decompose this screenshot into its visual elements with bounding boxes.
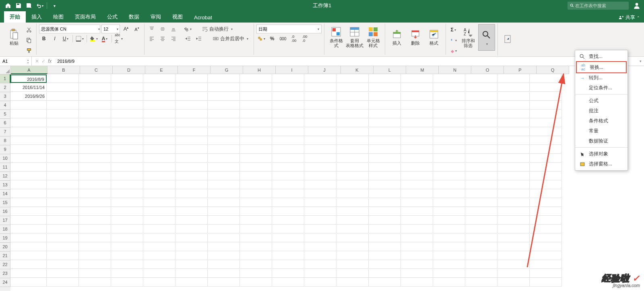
cell[interactable] — [79, 74, 111, 83]
cell[interactable] — [47, 190, 79, 198]
cell[interactable] — [530, 163, 562, 171]
cell[interactable] — [465, 260, 497, 269]
cell[interactable] — [530, 119, 562, 127]
cell[interactable] — [272, 269, 304, 278]
cell[interactable] — [530, 110, 562, 118]
cell[interactable] — [272, 145, 304, 154]
cell[interactable] — [10, 234, 47, 242]
row-header[interactable]: 15 — [0, 198, 10, 207]
cell[interactable] — [336, 181, 369, 189]
cell[interactable] — [240, 145, 272, 154]
cell[interactable] — [465, 110, 497, 118]
cell[interactable] — [175, 163, 208, 171]
increase-indent-icon[interactable] — [194, 34, 204, 43]
cell[interactable] — [143, 145, 175, 154]
cell[interactable] — [208, 260, 240, 269]
cell[interactable] — [272, 101, 304, 109]
cell[interactable] — [79, 190, 111, 198]
undo-icon[interactable]: ▾ — [35, 1, 44, 10]
cell[interactable] — [208, 74, 240, 83]
decrease-decimal-icon[interactable]: .00.0 — [300, 34, 310, 43]
cell[interactable] — [240, 181, 272, 189]
select-all-corner[interactable] — [0, 66, 11, 74]
cell[interactable] — [10, 101, 47, 109]
row-header[interactable]: 9 — [0, 145, 10, 154]
cell[interactable] — [336, 172, 369, 180]
cell[interactable] — [143, 181, 175, 189]
row-header[interactable]: 18 — [0, 225, 10, 234]
row-header[interactable]: 13 — [0, 181, 10, 190]
cell[interactable] — [10, 190, 47, 198]
cell[interactable] — [304, 190, 336, 198]
column-header[interactable]: E — [145, 66, 178, 74]
cell[interactable] — [79, 260, 111, 269]
cell[interactable] — [369, 190, 401, 198]
cell[interactable] — [175, 128, 208, 136]
cell[interactable] — [272, 243, 304, 251]
row-header[interactable]: 19 — [0, 234, 10, 243]
tab-review[interactable]: 审阅 — [145, 11, 167, 23]
cut-button[interactable] — [24, 25, 34, 35]
column-header[interactable]: Q — [537, 66, 569, 74]
cell[interactable] — [336, 128, 369, 136]
font-name-combo[interactable]: ▾ — [39, 25, 100, 33]
cell[interactable] — [369, 172, 401, 180]
cell[interactable] — [47, 269, 79, 278]
cell[interactable] — [79, 278, 111, 287]
cell[interactable] — [433, 110, 465, 118]
cell[interactable] — [465, 128, 497, 136]
cell[interactable] — [497, 101, 530, 109]
cell[interactable] — [369, 145, 401, 154]
fill-color-button[interactable]: ▾ — [89, 34, 99, 43]
cell[interactable] — [530, 260, 562, 269]
cell[interactable] — [497, 278, 530, 287]
cell[interactable] — [401, 216, 433, 225]
menu-constants[interactable]: 常量 — [575, 126, 627, 136]
workbook-search[interactable] — [568, 2, 629, 10]
column-header[interactable]: A — [11, 66, 47, 74]
sort-filter-button[interactable]: AZ排序和 筛选 — [459, 24, 477, 50]
cell[interactable] — [497, 260, 530, 269]
cell[interactable] — [369, 74, 401, 83]
cell[interactable] — [240, 225, 272, 233]
column-header[interactable]: H — [243, 66, 276, 74]
cell[interactable] — [530, 243, 562, 251]
cell[interactable] — [369, 128, 401, 136]
decrease-indent-icon[interactable] — [183, 34, 193, 43]
cell[interactable] — [401, 74, 433, 83]
cell[interactable] — [47, 278, 79, 287]
cell[interactable] — [336, 110, 369, 118]
cell[interactable] — [111, 207, 143, 216]
cell[interactable] — [175, 145, 208, 154]
cell[interactable] — [208, 92, 240, 101]
fill-button[interactable]: ▾ — [448, 35, 458, 45]
increase-decimal-icon[interactable]: .0.00 — [289, 34, 299, 43]
cell[interactable] — [143, 207, 175, 216]
cell[interactable] — [401, 278, 433, 287]
cell[interactable] — [208, 172, 240, 180]
menu-selection-pane[interactable]: 选择窗格... — [575, 159, 627, 169]
cell[interactable] — [10, 225, 47, 233]
cell[interactable] — [143, 190, 175, 198]
cell[interactable] — [47, 252, 79, 260]
cell[interactable] — [465, 252, 497, 260]
cell[interactable] — [175, 136, 208, 145]
cell[interactable] — [272, 207, 304, 216]
paste-button[interactable]: 粘贴 — [5, 24, 23, 50]
cell[interactable] — [240, 190, 272, 198]
cell[interactable] — [336, 190, 369, 198]
cell[interactable] — [10, 154, 47, 163]
cell[interactable] — [143, 74, 175, 83]
cell[interactable] — [369, 181, 401, 189]
cell[interactable] — [497, 172, 530, 180]
cell[interactable] — [79, 198, 111, 207]
column-header[interactable]: D — [113, 66, 145, 74]
cell[interactable] — [208, 252, 240, 260]
cell[interactable] — [79, 172, 111, 180]
cell[interactable] — [401, 92, 433, 101]
cell[interactable] — [336, 101, 369, 109]
cell[interactable] — [111, 145, 143, 154]
cell[interactable] — [175, 207, 208, 216]
cell[interactable] — [47, 216, 79, 225]
cell[interactable] — [143, 163, 175, 171]
